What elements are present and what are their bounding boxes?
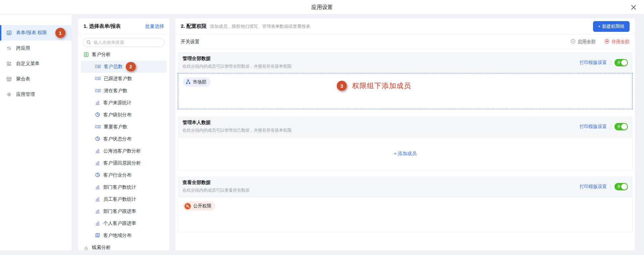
sidebar-item-form-report-permission[interactable]: 表单/报表 权限 1 [0,25,71,41]
stop-circle-icon [604,39,609,45]
search-box [78,35,169,49]
config-panel-subtitle: 添加成员，授权他们填写、管理表单数据或查看报表 [210,23,310,29]
aggregate-table-icon [6,76,12,82]
toggle-on-label: 开 [617,184,621,189]
config-panel-header: 2. 配置权限 添加成员，授权他们填写、管理表单数据或查看报表 + 新建权限组 [175,18,635,35]
form-report-item[interactable]: 员工客户数统计 [81,193,167,205]
member-area-manage-all[interactable]: 市场部 [178,73,633,109]
settings-sidebar: 表单/报表 权限 1 跨应用 自定义菜单 聚合表 应用管理 [0,14,71,250]
form-report-item-label: 客户来源统计 [103,100,131,106]
form-report-item[interactable]: 4,80 潜在客户数 [81,85,167,97]
group-toggle-on[interactable]: 开 [614,59,628,66]
form-report-item[interactable]: 公海池客户数分析 [81,145,167,157]
form-report-item[interactable]: 客户行业分布 [81,169,167,181]
divider [610,124,611,129]
metric-chart-icon: 4,80 [95,89,101,93]
form-report-item[interactable]: 个人客户跟进率 [81,217,167,230]
annotation-step-3-badge: 3 [337,81,347,91]
bar-chart-icon [95,184,100,191]
divider [610,60,611,65]
divider [610,184,611,189]
annotation-step-1-badge: 1 [55,28,65,38]
new-permission-group-button[interactable]: + 新建权限组 [593,21,630,32]
group-title: 管理本人数据 [182,120,291,126]
toggle-on-label: 开 [617,124,621,129]
form-report-item-label: 客户总数 [104,64,123,70]
member-area-view-all: 公开权限 [178,197,633,232]
pie-chart-icon [95,112,100,118]
custom-menu-icon [6,61,12,66]
batch-select-link[interactable]: 批量选择 [145,23,164,29]
form-group-customer-analysis[interactable]: 客户分析 [78,49,169,61]
form-report-item-label: 部门客户跟进率 [103,208,136,214]
group-header: 管理全部数据 在此分组内的成员可以管理全部数据，并拥有所有菜单权限 打印模版设置… [178,52,633,73]
sidebar-item-custom-menu[interactable]: 自定义菜单 [0,56,71,71]
toggle-knob [621,184,627,190]
member-tag-label: 公开权限 [193,203,211,209]
enable-all-button[interactable]: 启用全部 [571,39,596,45]
key-icon [184,203,191,209]
switch-settings-row: 开关设置 启用全部 停用全部 [175,35,635,49]
form-report-item[interactable]: 部门客户跟进率 [81,205,167,217]
sidebar-item-label: 聚合表 [16,76,30,82]
annotation-step-2-badge: 2 [126,62,136,71]
close-icon[interactable] [631,4,637,10]
switch-settings-label: 开关设置 [181,39,200,45]
pie-chart-icon [95,172,100,179]
sidebar-item-label: 表单/报表 权限 [16,30,47,36]
clue-chart-icon [84,245,89,250]
disable-all-button[interactable]: 停用全部 [604,39,630,45]
group-header: 查看全部数据 在此分组内的成员可以查看所有数据 打印模版设置 开 [178,176,633,197]
member-tag-department[interactable]: 市场部 [183,77,211,87]
group-toggle-on[interactable]: 开 [614,183,628,190]
member-tag-public-permission[interactable]: 公开权限 [183,201,215,211]
print-template-link[interactable]: 打印模版设置 [580,124,607,130]
form-report-item-label: 重要客户数 [104,124,127,130]
form-report-item[interactable]: 客户级别分布 [81,109,167,121]
app-icon [84,52,89,57]
add-member-button[interactable]: + 添加成员 [394,151,417,157]
annotation-step-3-text: 权限组下添加成员 [352,81,411,90]
form-report-item[interactable]: 4,80 已跟进客户数 [81,73,167,85]
form-report-item[interactable]: 部门客户数统计 [81,181,167,193]
form-permission-icon [6,30,12,36]
group-description: 在此分组内的成员可以管理自己数据，并拥有所有菜单权限 [182,128,291,133]
bar-chart-icon [95,220,100,227]
bar-chart-icon [95,208,100,215]
form-panel-header: 1. 选择表单/报表 批量选择 [78,18,169,35]
form-report-item[interactable]: 客户状态分布 [81,133,167,145]
metric-chart-icon: 4,80 [95,125,101,129]
group-toggle-on[interactable]: 开 [614,123,628,130]
form-report-item-label: 已跟进客户数 [104,76,132,82]
disable-all-label: 停用全部 [611,39,630,45]
form-report-panel: 1. 选择表单/报表 批量选择 客户分析 4,80 客户总数 2 4,80 [78,18,169,250]
print-template-link[interactable]: 打印模版设置 [580,184,607,190]
metric-chart-icon: 4,80 [95,77,101,81]
print-template-link[interactable]: 打印模版设置 [580,60,607,66]
permission-group-manage-own: 管理本人数据 在此分组内的成员可以管理自己数据，并拥有所有菜单权限 打印模版设置… [178,116,633,171]
form-group-clue-analysis[interactable]: 线索分析 [78,242,169,250]
sidebar-item-aggregate-table[interactable]: 聚合表 [0,71,71,87]
play-circle-icon [571,39,576,45]
form-report-item-label: 潜在客户数 [104,88,127,94]
form-report-item[interactable]: 客户地域分布 [81,230,167,242]
toggle-knob [621,124,627,130]
sidebar-item-cross-app[interactable]: 跨应用 [0,41,71,56]
form-report-item-label: 客户级别分布 [103,112,131,118]
form-report-item-label: 客户行业分布 [103,172,131,178]
group-description: 在此分组内的成员可以查看所有数据 [182,188,250,193]
form-report-list: 4,80 客户总数 2 4,80 已跟进客户数 4,80 [78,61,169,242]
group-header: 管理本人数据 在此分组内的成员可以管理自己数据，并拥有所有菜单权限 打印模版设置… [178,116,633,137]
form-report-item[interactable]: 客户退回原因分析 [81,157,167,169]
group-description: 在此分组内的成员可以管理全部数据，并拥有所有菜单权限 [182,64,291,69]
member-tag-label: 市场部 [193,79,207,85]
toggle-knob [621,60,627,66]
sidebar-item-app-manage[interactable]: 应用管理 [0,87,71,102]
form-report-item[interactable]: 客户来源统计 [81,97,167,109]
form-report-item[interactable]: 4,80 重要客户数 [81,121,167,133]
permission-config-panel: 2. 配置权限 添加成员，授权他们填写、管理表单数据或查看报表 + 新建权限组 … [175,18,635,250]
member-area-manage-own: + 添加成员 [178,137,633,171]
search-input[interactable] [83,38,165,47]
bar-chart-icon [95,148,100,154]
form-report-item[interactable]: 4,80 客户总数 2 [81,61,167,73]
